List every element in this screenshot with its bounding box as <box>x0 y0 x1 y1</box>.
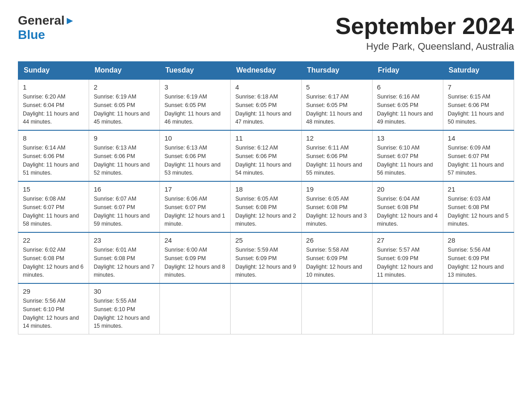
sunrise-label: Sunrise: 6:13 AM <box>94 145 136 151</box>
daylight-label: Daylight: 12 hours and 10 minutes. <box>306 264 362 278</box>
daylight-label: Daylight: 11 hours and 46 minutes. <box>164 111 220 125</box>
table-row: 8 Sunrise: 6:14 AM Sunset: 6:06 PM Dayli… <box>18 130 89 181</box>
table-row <box>372 283 443 334</box>
sunrise-label: Sunrise: 6:09 AM <box>448 145 490 151</box>
day-number: 13 <box>377 134 438 142</box>
header-monday: Monday <box>89 62 160 80</box>
sunrise-label: Sunrise: 6:14 AM <box>23 145 65 151</box>
sunrise-label: Sunrise: 6:01 AM <box>94 247 136 253</box>
sunset-label: Sunset: 6:07 PM <box>448 153 489 159</box>
sunrise-label: Sunrise: 6:15 AM <box>448 94 490 100</box>
sunset-label: Sunset: 6:07 PM <box>94 204 135 210</box>
sunrise-label: Sunrise: 6:16 AM <box>377 94 420 100</box>
table-row: 25 Sunrise: 5:59 AM Sunset: 6:09 PM Dayl… <box>231 232 301 283</box>
location-subtitle: Hyde Park, Queensland, Australia <box>335 41 514 52</box>
calendar-week-1: 1 Sunrise: 6:20 AM Sunset: 6:04 PM Dayli… <box>18 79 514 130</box>
daylight-label: Daylight: 12 hours and 9 minutes. <box>235 264 296 278</box>
day-number: 5 <box>306 83 368 91</box>
table-row <box>301 283 372 334</box>
day-info: Sunrise: 6:00 AM Sunset: 6:09 PM Dayligh… <box>164 246 226 279</box>
daylight-label: Daylight: 11 hours and 47 minutes. <box>235 111 291 125</box>
sunset-label: Sunset: 6:05 PM <box>94 102 135 108</box>
day-info: Sunrise: 5:55 AM Sunset: 6:10 PM Dayligh… <box>94 297 155 330</box>
logo-general-text: General <box>18 13 64 28</box>
day-info: Sunrise: 6:01 AM Sunset: 6:08 PM Dayligh… <box>94 246 155 279</box>
sunset-label: Sunset: 6:06 PM <box>306 153 348 159</box>
sunrise-label: Sunrise: 6:04 AM <box>377 196 420 202</box>
day-number: 22 <box>23 236 84 244</box>
daylight-label: Daylight: 11 hours and 52 minutes. <box>94 162 150 176</box>
day-number: 29 <box>23 287 84 295</box>
day-info: Sunrise: 5:57 AM Sunset: 6:09 PM Dayligh… <box>377 246 438 279</box>
table-row: 27 Sunrise: 5:57 AM Sunset: 6:09 PM Dayl… <box>372 232 443 283</box>
day-info: Sunrise: 5:58 AM Sunset: 6:09 PM Dayligh… <box>306 246 368 279</box>
day-info: Sunrise: 6:16 AM Sunset: 6:05 PM Dayligh… <box>377 93 438 126</box>
daylight-label: Daylight: 11 hours and 51 minutes. <box>23 162 79 176</box>
day-number: 9 <box>94 134 155 142</box>
table-row: 4 Sunrise: 6:18 AM Sunset: 6:05 PM Dayli… <box>231 79 301 130</box>
day-info: Sunrise: 6:11 AM Sunset: 6:06 PM Dayligh… <box>306 144 368 177</box>
day-number: 6 <box>377 83 438 91</box>
daylight-label: Daylight: 11 hours and 50 minutes. <box>448 111 504 125</box>
sunrise-label: Sunrise: 5:58 AM <box>306 247 349 253</box>
day-info: Sunrise: 6:09 AM Sunset: 6:07 PM Dayligh… <box>448 144 509 177</box>
sunrise-label: Sunrise: 6:11 AM <box>306 145 349 151</box>
table-row: 21 Sunrise: 6:03 AM Sunset: 6:08 PM Dayl… <box>443 181 514 232</box>
header-tuesday: Tuesday <box>160 62 231 80</box>
sunrise-label: Sunrise: 6:05 AM <box>306 196 349 202</box>
daylight-label: Daylight: 11 hours and 54 minutes. <box>235 162 291 176</box>
day-info: Sunrise: 6:07 AM Sunset: 6:07 PM Dayligh… <box>94 195 155 228</box>
day-number: 23 <box>94 236 155 244</box>
table-row: 19 Sunrise: 6:05 AM Sunset: 6:08 PM Dayl… <box>301 181 372 232</box>
day-info: Sunrise: 6:13 AM Sunset: 6:06 PM Dayligh… <box>94 144 155 177</box>
day-number: 7 <box>448 83 509 91</box>
day-number: 14 <box>448 134 509 142</box>
table-row: 30 Sunrise: 5:55 AM Sunset: 6:10 PM Dayl… <box>89 283 160 334</box>
calendar-week-5: 29 Sunrise: 5:56 AM Sunset: 6:10 PM Dayl… <box>18 283 514 334</box>
day-info: Sunrise: 6:15 AM Sunset: 6:06 PM Dayligh… <box>448 93 509 126</box>
day-number: 19 <box>306 185 368 193</box>
daylight-label: Daylight: 12 hours and 1 minute. <box>164 213 225 227</box>
table-row <box>443 283 514 334</box>
sunrise-label: Sunrise: 6:06 AM <box>164 196 207 202</box>
daylight-label: Daylight: 12 hours and 5 minutes. <box>448 213 509 227</box>
table-row: 28 Sunrise: 5:56 AM Sunset: 6:09 PM Dayl… <box>443 232 514 283</box>
header-thursday: Thursday <box>301 62 372 80</box>
day-number: 8 <box>23 134 84 142</box>
sunset-label: Sunset: 6:06 PM <box>164 153 206 159</box>
sunset-label: Sunset: 6:06 PM <box>94 153 135 159</box>
day-number: 24 <box>164 236 226 244</box>
day-number: 26 <box>306 236 368 244</box>
table-row: 15 Sunrise: 6:08 AM Sunset: 6:07 PM Dayl… <box>18 181 89 232</box>
table-row: 22 Sunrise: 6:02 AM Sunset: 6:08 PM Dayl… <box>18 232 89 283</box>
daylight-label: Daylight: 11 hours and 49 minutes. <box>377 111 433 125</box>
daylight-label: Daylight: 12 hours and 2 minutes. <box>235 213 296 227</box>
calendar-week-3: 15 Sunrise: 6:08 AM Sunset: 6:07 PM Dayl… <box>18 181 514 232</box>
table-row: 3 Sunrise: 6:19 AM Sunset: 6:05 PM Dayli… <box>160 79 231 130</box>
day-number: 18 <box>235 185 296 193</box>
header-friday: Friday <box>372 62 443 80</box>
daylight-label: Daylight: 11 hours and 48 minutes. <box>306 111 362 125</box>
calendar-header-row: Sunday Monday Tuesday Wednesday Thursday… <box>18 62 514 80</box>
logo: General Blue <box>18 13 75 42</box>
day-info: Sunrise: 6:08 AM Sunset: 6:07 PM Dayligh… <box>23 195 84 228</box>
daylight-label: Daylight: 11 hours and 58 minutes. <box>23 213 79 227</box>
day-number: 21 <box>448 185 509 193</box>
table-row: 11 Sunrise: 6:12 AM Sunset: 6:06 PM Dayl… <box>231 130 301 181</box>
daylight-label: Daylight: 12 hours and 11 minutes. <box>377 264 433 278</box>
day-number: 28 <box>448 236 509 244</box>
sunset-label: Sunset: 6:08 PM <box>94 255 135 261</box>
table-row <box>160 283 231 334</box>
sunset-label: Sunset: 6:08 PM <box>306 204 348 210</box>
day-number: 15 <box>23 185 84 193</box>
sunrise-label: Sunrise: 6:20 AM <box>23 94 65 100</box>
daylight-label: Daylight: 12 hours and 15 minutes. <box>94 315 150 330</box>
day-info: Sunrise: 5:56 AM Sunset: 6:09 PM Dayligh… <box>448 246 509 279</box>
sunrise-label: Sunrise: 5:56 AM <box>448 247 490 253</box>
day-info: Sunrise: 6:18 AM Sunset: 6:05 PM Dayligh… <box>235 93 296 126</box>
sunset-label: Sunset: 6:06 PM <box>448 102 489 108</box>
sunset-label: Sunset: 6:07 PM <box>377 153 418 159</box>
sunset-label: Sunset: 6:08 PM <box>377 204 418 210</box>
day-info: Sunrise: 6:04 AM Sunset: 6:08 PM Dayligh… <box>377 195 438 228</box>
daylight-label: Daylight: 11 hours and 57 minutes. <box>448 162 504 176</box>
